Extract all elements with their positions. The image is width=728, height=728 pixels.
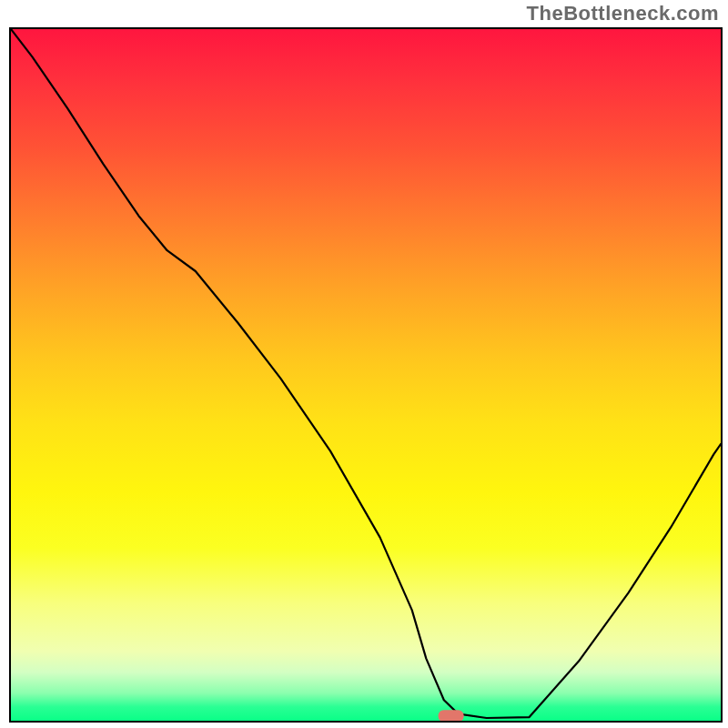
plot-area: [9, 27, 723, 723]
chart-frame: TheBottleneck.com: [0, 0, 728, 728]
watermark-label: TheBottleneck.com: [527, 2, 719, 25]
bottleneck-curve: [11, 29, 721, 721]
curve-path: [11, 29, 721, 718]
optimum-marker: [439, 710, 464, 721]
